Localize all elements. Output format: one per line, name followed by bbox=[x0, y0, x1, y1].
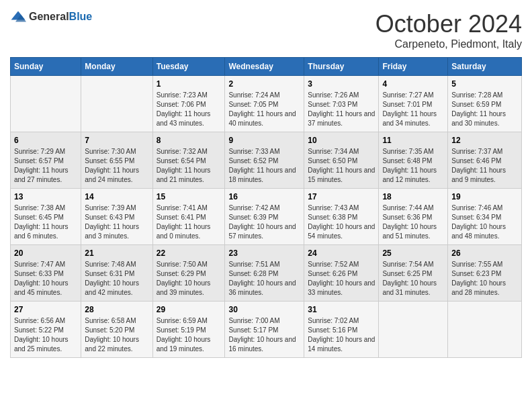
title-section: October 2024 Carpeneto, Piedmont, Italy bbox=[375, 10, 522, 50]
header-sunday: Sunday bbox=[11, 58, 81, 76]
header-monday: Monday bbox=[81, 58, 152, 76]
day-info: Sunrise: 7:00 AMSunset: 5:17 PMDaylight:… bbox=[228, 316, 300, 354]
calendar-cell bbox=[81, 76, 152, 132]
day-number: 7 bbox=[85, 136, 148, 145]
calendar-cell: 23Sunrise: 7:51 AMSunset: 6:28 PMDayligh… bbox=[225, 245, 304, 302]
day-number: 25 bbox=[382, 248, 444, 258]
day-info: Sunrise: 7:51 AMSunset: 6:28 PMDaylight:… bbox=[228, 260, 300, 298]
calendar-cell: 3Sunrise: 7:26 AMSunset: 7:03 PMDaylight… bbox=[304, 76, 379, 132]
calendar-week-5: 27Sunrise: 6:56 AMSunset: 5:22 PMDayligh… bbox=[11, 302, 522, 358]
calendar-cell: 28Sunrise: 6:58 AMSunset: 5:20 PMDayligh… bbox=[81, 302, 152, 358]
day-number: 2 bbox=[228, 79, 300, 89]
calendar-cell: 17Sunrise: 7:43 AMSunset: 6:38 PMDayligh… bbox=[304, 189, 379, 245]
calendar-cell: 5Sunrise: 7:28 AMSunset: 6:59 PMDaylight… bbox=[448, 76, 522, 132]
day-number: 9 bbox=[228, 136, 300, 145]
calendar-cell: 19Sunrise: 7:46 AMSunset: 6:34 PMDayligh… bbox=[448, 189, 522, 245]
day-info: Sunrise: 7:55 AMSunset: 6:23 PMDaylight:… bbox=[451, 260, 518, 298]
logo: GeneralBlue bbox=[10, 10, 92, 24]
day-number: 23 bbox=[228, 248, 300, 258]
calendar-cell: 4Sunrise: 7:27 AMSunset: 7:01 PMDaylight… bbox=[379, 76, 448, 132]
day-number: 22 bbox=[157, 248, 222, 258]
day-number: 16 bbox=[228, 192, 300, 201]
calendar-cell: 27Sunrise: 6:56 AMSunset: 5:22 PMDayligh… bbox=[11, 302, 81, 358]
day-number: 1 bbox=[157, 79, 222, 89]
day-number: 28 bbox=[85, 305, 148, 314]
day-info: Sunrise: 7:43 AMSunset: 6:38 PMDaylight:… bbox=[308, 203, 375, 241]
day-number: 13 bbox=[14, 192, 77, 201]
day-info: Sunrise: 7:34 AMSunset: 6:50 PMDaylight:… bbox=[308, 147, 375, 185]
calendar-cell: 8Sunrise: 7:32 AMSunset: 6:54 PMDaylight… bbox=[152, 132, 225, 189]
header-friday: Friday bbox=[379, 58, 448, 76]
calendar-cell: 14Sunrise: 7:39 AMSunset: 6:43 PMDayligh… bbox=[81, 189, 152, 245]
day-info: Sunrise: 7:27 AMSunset: 7:01 PMDaylight:… bbox=[382, 91, 444, 128]
header-saturday: Saturday bbox=[448, 58, 522, 76]
day-number: 15 bbox=[157, 192, 222, 201]
calendar-cell bbox=[448, 302, 522, 358]
day-info: Sunrise: 7:38 AMSunset: 6:45 PMDaylight:… bbox=[14, 203, 77, 241]
calendar-cell: 29Sunrise: 6:59 AMSunset: 5:19 PMDayligh… bbox=[152, 302, 225, 358]
day-number: 14 bbox=[85, 192, 148, 201]
calendar-cell: 11Sunrise: 7:35 AMSunset: 6:48 PMDayligh… bbox=[379, 132, 448, 189]
weekday-header-row: Sunday Monday Tuesday Wednesday Thursday… bbox=[11, 58, 522, 76]
day-number: 26 bbox=[451, 248, 518, 258]
header-thursday: Thursday bbox=[304, 58, 379, 76]
calendar-cell: 22Sunrise: 7:50 AMSunset: 6:29 PMDayligh… bbox=[152, 245, 225, 302]
calendar-cell: 31Sunrise: 7:02 AMSunset: 5:16 PMDayligh… bbox=[304, 302, 379, 358]
day-number: 3 bbox=[308, 79, 375, 89]
day-info: Sunrise: 7:26 AMSunset: 7:03 PMDaylight:… bbox=[308, 91, 375, 128]
day-info: Sunrise: 7:28 AMSunset: 6:59 PMDaylight:… bbox=[451, 91, 518, 128]
day-info: Sunrise: 7:02 AMSunset: 5:16 PMDaylight:… bbox=[308, 316, 375, 354]
day-info: Sunrise: 7:54 AMSunset: 6:25 PMDaylight:… bbox=[382, 260, 444, 298]
day-number: 24 bbox=[308, 248, 375, 258]
day-number: 4 bbox=[382, 79, 444, 89]
day-info: Sunrise: 7:32 AMSunset: 6:54 PMDaylight:… bbox=[157, 147, 222, 185]
day-info: Sunrise: 7:48 AMSunset: 6:31 PMDaylight:… bbox=[85, 260, 148, 298]
calendar-cell: 6Sunrise: 7:29 AMSunset: 6:57 PMDaylight… bbox=[11, 132, 81, 189]
day-info: Sunrise: 7:46 AMSunset: 6:34 PMDaylight:… bbox=[451, 203, 518, 241]
day-number: 29 bbox=[157, 305, 222, 314]
calendar-cell: 26Sunrise: 7:55 AMSunset: 6:23 PMDayligh… bbox=[448, 245, 522, 302]
day-number: 11 bbox=[382, 136, 444, 145]
calendar-cell bbox=[379, 302, 448, 358]
calendar-week-1: 1Sunrise: 7:23 AMSunset: 7:06 PMDaylight… bbox=[11, 76, 522, 132]
day-info: Sunrise: 7:42 AMSunset: 6:39 PMDaylight:… bbox=[228, 203, 300, 241]
day-number: 8 bbox=[157, 136, 222, 145]
location-title: Carpeneto, Piedmont, Italy bbox=[375, 38, 522, 50]
day-number: 31 bbox=[308, 305, 375, 314]
calendar-week-3: 13Sunrise: 7:38 AMSunset: 6:45 PMDayligh… bbox=[11, 189, 522, 245]
calendar-cell: 13Sunrise: 7:38 AMSunset: 6:45 PMDayligh… bbox=[11, 189, 81, 245]
logo-icon bbox=[10, 10, 26, 24]
day-info: Sunrise: 7:41 AMSunset: 6:41 PMDaylight:… bbox=[157, 203, 222, 241]
day-number: 21 bbox=[85, 248, 148, 258]
calendar-header: Sunday Monday Tuesday Wednesday Thursday… bbox=[11, 58, 522, 76]
day-number: 19 bbox=[451, 192, 518, 201]
day-info: Sunrise: 7:44 AMSunset: 6:36 PMDaylight:… bbox=[382, 203, 444, 241]
calendar-cell: 16Sunrise: 7:42 AMSunset: 6:39 PMDayligh… bbox=[225, 189, 304, 245]
logo-general-text: General bbox=[29, 11, 69, 22]
calendar-cell: 18Sunrise: 7:44 AMSunset: 6:36 PMDayligh… bbox=[379, 189, 448, 245]
calendar-cell: 25Sunrise: 7:54 AMSunset: 6:25 PMDayligh… bbox=[379, 245, 448, 302]
day-info: Sunrise: 6:56 AMSunset: 5:22 PMDaylight:… bbox=[14, 316, 77, 354]
month-title: October 2024 bbox=[375, 10, 522, 38]
calendar-cell: 30Sunrise: 7:00 AMSunset: 5:17 PMDayligh… bbox=[225, 302, 304, 358]
calendar-cell: 24Sunrise: 7:52 AMSunset: 6:26 PMDayligh… bbox=[304, 245, 379, 302]
calendar-cell: 15Sunrise: 7:41 AMSunset: 6:41 PMDayligh… bbox=[152, 189, 225, 245]
day-number: 5 bbox=[451, 79, 518, 89]
day-info: Sunrise: 7:35 AMSunset: 6:48 PMDaylight:… bbox=[382, 147, 444, 185]
calendar-week-2: 6Sunrise: 7:29 AMSunset: 6:57 PMDaylight… bbox=[11, 132, 522, 189]
day-info: Sunrise: 7:37 AMSunset: 6:46 PMDaylight:… bbox=[451, 147, 518, 185]
page-header: GeneralBlue October 2024 Carpeneto, Pied… bbox=[10, 10, 522, 50]
calendar-cell: 12Sunrise: 7:37 AMSunset: 6:46 PMDayligh… bbox=[448, 132, 522, 189]
day-number: 18 bbox=[382, 192, 444, 201]
calendar-table: Sunday Monday Tuesday Wednesday Thursday… bbox=[10, 57, 522, 358]
day-number: 6 bbox=[14, 136, 77, 145]
calendar-cell: 7Sunrise: 7:30 AMSunset: 6:55 PMDaylight… bbox=[81, 132, 152, 189]
day-number: 20 bbox=[14, 248, 77, 258]
day-number: 17 bbox=[308, 192, 375, 201]
day-info: Sunrise: 7:29 AMSunset: 6:57 PMDaylight:… bbox=[14, 147, 77, 185]
day-info: Sunrise: 7:30 AMSunset: 6:55 PMDaylight:… bbox=[85, 147, 148, 185]
calendar-cell: 10Sunrise: 7:34 AMSunset: 6:50 PMDayligh… bbox=[304, 132, 379, 189]
calendar-cell: 20Sunrise: 7:47 AMSunset: 6:33 PMDayligh… bbox=[11, 245, 81, 302]
day-number: 12 bbox=[451, 136, 518, 145]
day-info: Sunrise: 7:52 AMSunset: 6:26 PMDaylight:… bbox=[308, 260, 375, 298]
